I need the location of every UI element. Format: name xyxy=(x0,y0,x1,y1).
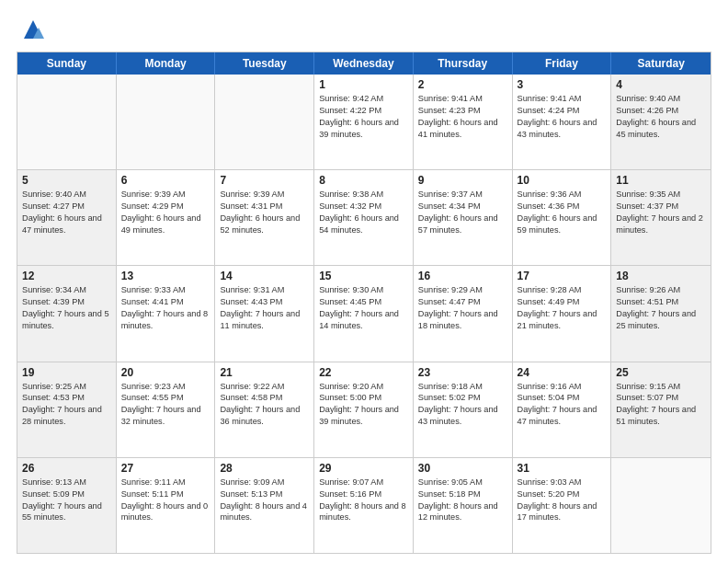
day-cell: 17Sunrise: 9:28 AM Sunset: 4:49 PM Dayli… xyxy=(513,266,612,361)
day-header: Thursday xyxy=(414,52,513,75)
day-header: Tuesday xyxy=(215,52,314,75)
day-info: Sunrise: 9:15 AM Sunset: 5:07 PM Dayligh… xyxy=(616,381,706,429)
day-info: Sunrise: 9:31 AM Sunset: 4:43 PM Dayligh… xyxy=(220,284,309,332)
day-number: 8 xyxy=(319,174,408,187)
day-header: Saturday xyxy=(611,52,711,75)
day-cell: 30Sunrise: 9:05 AM Sunset: 5:18 PM Dayli… xyxy=(414,458,513,553)
day-cell: 13Sunrise: 9:33 AM Sunset: 4:41 PM Dayli… xyxy=(117,266,216,361)
day-info: Sunrise: 9:25 AM Sunset: 4:53 PM Dayligh… xyxy=(22,381,111,429)
day-header: Monday xyxy=(117,52,216,75)
header xyxy=(17,17,711,42)
day-cell: 1Sunrise: 9:42 AM Sunset: 4:22 PM Daylig… xyxy=(314,75,414,169)
day-number: 21 xyxy=(220,366,309,379)
day-info: Sunrise: 9:26 AM Sunset: 4:51 PM Dayligh… xyxy=(616,284,706,332)
day-cell xyxy=(17,75,117,169)
day-number: 15 xyxy=(319,270,408,282)
day-number: 22 xyxy=(319,366,408,379)
day-info: Sunrise: 9:29 AM Sunset: 4:47 PM Dayligh… xyxy=(418,284,507,332)
day-cell: 29Sunrise: 9:07 AM Sunset: 5:16 PM Dayli… xyxy=(314,458,414,553)
day-number: 30 xyxy=(418,462,507,475)
day-cell xyxy=(117,75,216,169)
day-cell: 7Sunrise: 9:39 AM Sunset: 4:31 PM Daylig… xyxy=(215,170,314,265)
day-number: 13 xyxy=(121,270,210,282)
day-info: Sunrise: 9:40 AM Sunset: 4:26 PM Dayligh… xyxy=(616,93,706,141)
week-row: 19Sunrise: 9:25 AM Sunset: 4:53 PM Dayli… xyxy=(17,362,711,458)
calendar-body: 1Sunrise: 9:42 AM Sunset: 4:22 PM Daylig… xyxy=(17,75,711,553)
day-number: 27 xyxy=(121,462,210,475)
day-number: 12 xyxy=(22,270,111,282)
day-cell: 8Sunrise: 9:38 AM Sunset: 4:32 PM Daylig… xyxy=(314,170,414,265)
day-info: Sunrise: 9:38 AM Sunset: 4:32 PM Dayligh… xyxy=(319,189,408,236)
page: SundayMondayTuesdayWednesdayThursdayFrid… xyxy=(0,0,728,563)
day-cell: 15Sunrise: 9:30 AM Sunset: 4:45 PM Dayli… xyxy=(314,266,414,361)
day-cell: 23Sunrise: 9:18 AM Sunset: 5:02 PM Dayli… xyxy=(414,362,513,457)
day-cell: 16Sunrise: 9:29 AM Sunset: 4:47 PM Dayli… xyxy=(414,266,513,361)
day-cell: 20Sunrise: 9:23 AM Sunset: 4:55 PM Dayli… xyxy=(117,362,216,457)
day-info: Sunrise: 9:39 AM Sunset: 4:29 PM Dayligh… xyxy=(121,189,210,236)
day-cell: 9Sunrise: 9:37 AM Sunset: 4:34 PM Daylig… xyxy=(414,170,513,265)
day-info: Sunrise: 9:36 AM Sunset: 4:36 PM Dayligh… xyxy=(518,189,607,236)
day-number: 16 xyxy=(418,270,507,282)
day-info: Sunrise: 9:37 AM Sunset: 4:34 PM Dayligh… xyxy=(418,189,507,236)
day-header: Wednesday xyxy=(314,52,414,75)
day-number: 4 xyxy=(616,78,706,91)
day-cell: 2Sunrise: 9:41 AM Sunset: 4:23 PM Daylig… xyxy=(414,75,513,169)
day-number: 6 xyxy=(121,174,210,187)
day-number: 11 xyxy=(616,174,706,187)
day-info: Sunrise: 9:03 AM Sunset: 5:20 PM Dayligh… xyxy=(518,477,607,524)
day-cell: 4Sunrise: 9:40 AM Sunset: 4:26 PM Daylig… xyxy=(611,75,711,169)
day-number: 18 xyxy=(616,270,706,282)
day-number: 1 xyxy=(319,78,408,91)
day-cell xyxy=(215,75,314,169)
day-number: 26 xyxy=(22,462,111,475)
day-info: Sunrise: 9:41 AM Sunset: 4:24 PM Dayligh… xyxy=(518,93,607,141)
week-row: 1Sunrise: 9:42 AM Sunset: 4:22 PM Daylig… xyxy=(17,75,711,170)
day-info: Sunrise: 9:05 AM Sunset: 5:18 PM Dayligh… xyxy=(418,477,507,524)
day-cell: 24Sunrise: 9:16 AM Sunset: 5:04 PM Dayli… xyxy=(513,362,612,457)
day-cell: 11Sunrise: 9:35 AM Sunset: 4:37 PM Dayli… xyxy=(611,170,711,265)
logo-icon xyxy=(20,17,46,42)
day-info: Sunrise: 9:22 AM Sunset: 4:58 PM Dayligh… xyxy=(220,381,309,429)
day-cell: 5Sunrise: 9:40 AM Sunset: 4:27 PM Daylig… xyxy=(17,170,117,265)
day-number: 9 xyxy=(418,174,507,187)
day-info: Sunrise: 9:33 AM Sunset: 4:41 PM Dayligh… xyxy=(121,284,210,332)
day-info: Sunrise: 9:34 AM Sunset: 4:39 PM Dayligh… xyxy=(22,284,111,332)
day-number: 31 xyxy=(518,462,607,475)
day-number: 17 xyxy=(518,270,607,282)
day-number: 7 xyxy=(220,174,309,187)
day-header: Friday xyxy=(513,52,612,75)
day-cell: 19Sunrise: 9:25 AM Sunset: 4:53 PM Dayli… xyxy=(17,362,117,457)
day-info: Sunrise: 9:40 AM Sunset: 4:27 PM Dayligh… xyxy=(22,189,111,236)
day-info: Sunrise: 9:18 AM Sunset: 5:02 PM Dayligh… xyxy=(418,381,507,429)
day-cell: 21Sunrise: 9:22 AM Sunset: 4:58 PM Dayli… xyxy=(215,362,314,457)
day-info: Sunrise: 9:28 AM Sunset: 4:49 PM Dayligh… xyxy=(518,284,607,332)
day-info: Sunrise: 9:13 AM Sunset: 5:09 PM Dayligh… xyxy=(22,477,111,524)
day-headers: SundayMondayTuesdayWednesdayThursdayFrid… xyxy=(17,52,711,75)
week-row: 12Sunrise: 9:34 AM Sunset: 4:39 PM Dayli… xyxy=(17,266,711,362)
day-info: Sunrise: 9:30 AM Sunset: 4:45 PM Dayligh… xyxy=(319,284,408,332)
day-number: 28 xyxy=(220,462,309,475)
day-number: 2 xyxy=(418,78,507,91)
day-number: 14 xyxy=(220,270,309,282)
day-info: Sunrise: 9:35 AM Sunset: 4:37 PM Dayligh… xyxy=(616,189,706,236)
day-cell: 26Sunrise: 9:13 AM Sunset: 5:09 PM Dayli… xyxy=(17,458,117,553)
day-info: Sunrise: 9:11 AM Sunset: 5:11 PM Dayligh… xyxy=(121,477,210,524)
day-info: Sunrise: 9:16 AM Sunset: 5:04 PM Dayligh… xyxy=(518,381,607,429)
day-info: Sunrise: 9:39 AM Sunset: 4:31 PM Dayligh… xyxy=(220,189,309,236)
day-info: Sunrise: 9:20 AM Sunset: 5:00 PM Dayligh… xyxy=(319,381,408,429)
day-number: 25 xyxy=(616,366,706,379)
day-cell xyxy=(611,458,711,553)
day-info: Sunrise: 9:09 AM Sunset: 5:13 PM Dayligh… xyxy=(220,477,309,524)
day-cell: 31Sunrise: 9:03 AM Sunset: 5:20 PM Dayli… xyxy=(513,458,612,553)
day-cell: 27Sunrise: 9:11 AM Sunset: 5:11 PM Dayli… xyxy=(117,458,216,553)
day-cell: 28Sunrise: 9:09 AM Sunset: 5:13 PM Dayli… xyxy=(215,458,314,553)
day-cell: 25Sunrise: 9:15 AM Sunset: 5:07 PM Dayli… xyxy=(611,362,711,457)
day-number: 5 xyxy=(22,174,111,187)
day-cell: 18Sunrise: 9:26 AM Sunset: 4:51 PM Dayli… xyxy=(611,266,711,361)
day-number: 29 xyxy=(319,462,408,475)
day-number: 24 xyxy=(518,366,607,379)
logo xyxy=(17,17,46,42)
day-info: Sunrise: 9:23 AM Sunset: 4:55 PM Dayligh… xyxy=(121,381,210,429)
week-row: 26Sunrise: 9:13 AM Sunset: 5:09 PM Dayli… xyxy=(17,458,711,553)
day-info: Sunrise: 9:41 AM Sunset: 4:23 PM Dayligh… xyxy=(418,93,507,141)
